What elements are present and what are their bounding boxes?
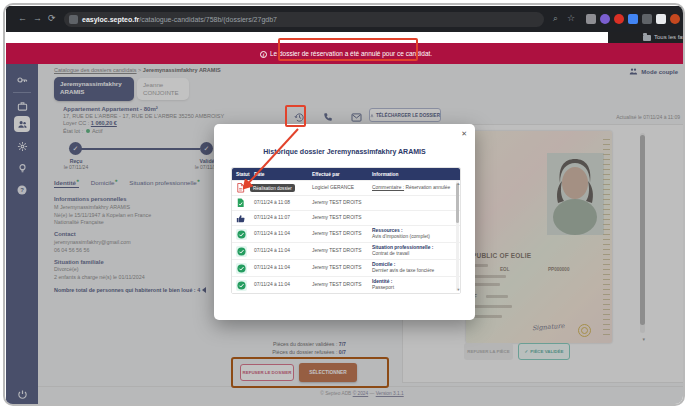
modal-title: Historique dossier Jeremynassimfakhry AR…	[214, 148, 475, 155]
check-circle-icon	[232, 280, 252, 291]
history-table: Statut Date Effectué par Information Log…	[231, 167, 461, 294]
browser-toolbar: ← → ⟳ easyloc.septeo.fr/catalogue-candid…	[6, 6, 685, 32]
extension-light-icon[interactable]	[656, 14, 666, 24]
table-scrollbar[interactable]	[456, 181, 460, 291]
history-actor: Jeremy TEST DROITS	[312, 200, 372, 206]
history-table-header: Statut Date Effectué par Information	[232, 168, 460, 180]
history-row: Logiciel GERANCECommentaire : Réservatio…	[232, 180, 460, 195]
check-circle-icon	[232, 246, 252, 257]
extension-blue-icon[interactable]	[628, 14, 638, 24]
history-actor: Jeremy TEST DROITS	[312, 248, 372, 254]
check-circle-icon	[232, 263, 252, 274]
history-info: Identité :Passeport	[372, 279, 460, 291]
site-info-icon[interactable]	[69, 15, 78, 24]
screenshot-root: ← → ⟳ easyloc.septeo.fr/catalogue-candid…	[0, 0, 688, 409]
annotation-buttons-rect	[231, 357, 389, 388]
history-info: Ressources :Avis d'imposition (complet)	[372, 228, 460, 240]
status-tooltip: Réalisation dossier	[250, 184, 295, 192]
history-date: 07/11/24 à 11:04	[252, 248, 312, 254]
window-frame: ← → ⟳ easyloc.septeo.fr/catalogue-candid…	[3, 3, 685, 406]
history-row: 07/11/24 à 11:04Jeremy TEST DROITSSituat…	[232, 242, 460, 259]
history-date: 07/11/24 à 11:04	[252, 231, 312, 237]
history-actor: Jeremy TEST DROITS	[312, 282, 372, 288]
info-icon: i	[260, 51, 267, 58]
history-info: Situation professionnelle :Contrat de tr…	[372, 245, 460, 257]
url-host: easyloc.septeo.fr	[82, 16, 139, 23]
folder-icon	[643, 35, 651, 41]
table-scroll-up-icon[interactable]: ▴	[457, 181, 459, 186]
table-scroll-down-icon[interactable]: ▾	[457, 287, 459, 292]
history-info: Commentaire : Réservation annulée	[372, 185, 460, 191]
bookmark-star-icon[interactable]: ☆	[567, 14, 575, 23]
history-date: 07/11/24 à 11:04	[252, 282, 312, 288]
history-row: 07/11/24 à 11:04Jeremy TEST DROITSDomici…	[232, 259, 460, 276]
close-icon[interactable]: ✕	[461, 130, 467, 138]
history-date: 07/11/24 à 11:07	[252, 215, 312, 221]
extension-red-icon[interactable]	[614, 14, 624, 24]
history-modal: ✕ Historique dossier Jeremynassimfakhry …	[214, 124, 475, 320]
history-actor: Logiciel GERANCE	[312, 185, 372, 191]
back-icon[interactable]: ←	[18, 14, 27, 23]
history-actor: Jeremy TEST DROITS	[312, 231, 372, 237]
history-date: 07/11/24 à 11:04	[252, 265, 312, 271]
extension-purple-icon[interactable]	[600, 14, 610, 24]
history-row: 07/11/24 à 11:08Jeremy TEST DROITS	[232, 195, 460, 210]
search-icon[interactable]: ⌕	[553, 14, 558, 23]
reload-icon[interactable]: ⟳	[48, 14, 56, 23]
history-actor: Jeremy TEST DROITS	[312, 265, 372, 271]
url-path: /catalogue-candidats/758b/(dossiers/27gd…	[139, 16, 277, 23]
profile-avatar[interactable]	[670, 14, 680, 24]
check-circle-icon	[232, 229, 252, 240]
bookmarks-all-favorites[interactable]: Tous les favoris	[654, 33, 685, 42]
history-date: 07/11/24 à 11:08	[252, 200, 312, 206]
browser-menu-icon[interactable]: ⋮	[684, 14, 685, 23]
history-row: 07/11/24 à 11:04Jeremy TEST DROITSIdenti…	[232, 276, 460, 293]
annotation-history-icon-rect	[285, 105, 306, 127]
history-info: Domicile :Dernier avis de taxe foncière	[372, 262, 460, 274]
history-row: 07/11/24 à 11:07Jeremy TEST DROITS	[232, 210, 460, 225]
extensions-icon[interactable]	[586, 14, 596, 24]
forward-icon[interactable]: →	[33, 14, 42, 23]
history-row: 07/11/24 à 11:04Jeremy TEST DROITSRessou…	[232, 225, 460, 242]
annotation-banner-rect	[278, 38, 418, 61]
history-actor: Jeremy TEST DROITS	[312, 215, 372, 221]
address-bar[interactable]: easyloc.septeo.fr/catalogue-candidats/75…	[64, 12, 544, 27]
extension-gray-icon[interactable]	[642, 14, 652, 24]
